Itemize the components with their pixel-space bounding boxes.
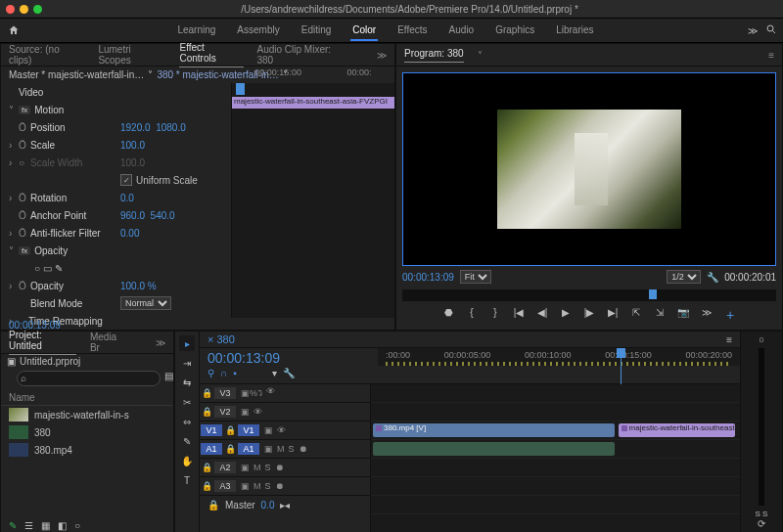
tab-project[interactable]: Project: Untitled [9,330,76,355]
pen-tool-icon[interactable]: ✎ [179,433,195,449]
overflow-icon[interactable]: ≫ [748,25,758,36]
freeform-view-icon[interactable]: ◧ [58,520,67,531]
list-view-icon[interactable]: ☰ [24,520,33,531]
project-column-name[interactable]: Name [1,390,173,406]
export-frame-icon[interactable]: 📷 [676,307,690,323]
timeline-ruler[interactable]: :00:0000:00:05:0000:00:10:0000:00:15:000… [378,348,740,366]
solo-buttons[interactable]: S S [756,510,768,518]
audio-clip[interactable] [373,442,615,456]
track-a3[interactable]: 🔒A3▣MS⏺ [200,477,370,496]
opacity-masks[interactable]: ○▭✎ [1,259,231,277]
filter-bin-icon[interactable]: ▤ [164,371,173,386]
program-scrubber[interactable] [402,289,776,301]
track-a2[interactable]: 🔒A2▣MS⏺ [200,459,370,477]
overflow-icon[interactable]: ≫ [700,307,714,323]
effect-mini-timeline[interactable]: 00:00:15:0000:00: majestic-waterfall-in-… [231,83,394,318]
chevron-down-icon[interactable]: ˅ [148,69,153,80]
settings-icon[interactable]: ▾ [272,368,277,378]
search-icon[interactable] [765,23,777,37]
linked-selection-icon[interactable]: ∩ [220,368,227,378]
mark-in-icon[interactable]: ⬣ [441,307,455,323]
close-window-icon[interactable] [6,5,15,14]
workspace-learning[interactable]: Learning [175,21,217,41]
chevron-down-icon[interactable]: ˅ [478,50,483,61]
tab-media-browser[interactable]: Media Br [90,332,128,353]
blend-mode-row[interactable]: Blend ModeNormal [1,294,231,312]
workspace-audio[interactable]: Audio [447,21,477,41]
workspace-assembly[interactable]: Assembly [235,21,281,41]
track-v2[interactable]: 🔒V2▣👁 [200,403,370,421]
step-fwd-icon[interactable]: |▶ [582,307,596,323]
wrench-icon[interactable]: 🔧 [283,368,295,378]
tab-program[interactable]: Program: 380 [404,48,464,63]
ripple-tool-icon[interactable]: ⇆ [179,375,195,390]
list-item[interactable]: 380 [1,423,173,441]
list-item[interactable]: majestic-waterfall-in-s [1,406,173,423]
track-v1[interactable]: V1🔒V1▣👁 [200,421,370,440]
workspace-libraries[interactable]: Libraries [554,21,595,41]
mark-out-icon[interactable]: { [465,307,479,323]
antiflicker-row[interactable]: ›ÖAnti-flicker Filter0.00 [1,224,231,242]
panel-menu-icon[interactable]: ≫ [377,50,387,61]
pen-mask-icon[interactable]: ✎ [55,263,63,274]
snap-icon[interactable]: ⚲ [207,368,214,378]
zoom-select[interactable]: Fit [460,270,491,284]
tab-source[interactable]: Source: (no clips) [9,44,84,66]
panel-menu-icon[interactable]: ≡ [726,334,732,345]
rotation-row[interactable]: ›ÖRotation0.0 [1,189,231,206]
position-row[interactable]: ÖPosition1920.0 1080.0 [1,118,231,136]
play-icon[interactable]: ▶ [559,307,573,323]
panel-menu-icon[interactable]: ≡ [768,50,774,61]
opacity-value-row[interactable]: ›ÖOpacity100.0 % [1,277,231,294]
track-select-tool-icon[interactable]: ⇥ [179,355,195,371]
go-out-icon[interactable]: ▶| [606,307,620,323]
hand-tool-icon[interactable]: ✋ [179,453,195,468]
program-timecode[interactable]: 00:00:13:09 [402,272,454,283]
extract-icon[interactable]: ⇲ [653,307,667,323]
settings-icon[interactable]: 🔧 [707,272,718,283]
list-item[interactable]: 380.mp4 [1,441,173,459]
lift-icon[interactable]: ⇱ [629,307,643,323]
loop-icon[interactable]: ⟳ [758,518,765,529]
tab-lumetri-scopes[interactable]: Lumetri Scopes [98,44,165,66]
marker-icon[interactable]: ▪ [233,368,237,378]
maximize-window-icon[interactable] [33,5,42,14]
blend-mode-select[interactable]: Normal [120,296,171,310]
home-button[interactable] [6,22,22,38]
uniform-scale-row[interactable]: Uniform Scale [1,171,231,189]
resolution-select[interactable]: 1/2 [667,270,701,284]
track-a1[interactable]: A1🔒A1▣MS⏺ [200,440,370,459]
rect-mask-icon[interactable]: ▭ [43,263,52,274]
workspace-effects[interactable]: Effects [395,21,429,41]
source-patch-v1[interactable]: V1 [201,424,222,436]
icon-view-icon[interactable]: ▦ [41,520,50,531]
scrubber-playhead-icon[interactable] [649,289,657,299]
anchor-row[interactable]: ÖAnchor Point960.0 540.0 [1,206,231,224]
add-button-icon[interactable]: + [723,307,737,323]
minimize-window-icon[interactable] [20,5,28,14]
pen-icon[interactable]: ✎ [9,520,17,531]
razor-tool-icon[interactable]: ✂ [179,394,195,410]
mini-clip-bar[interactable]: majestic-waterfall-in-southeast-asia-FVZ… [232,97,394,109]
track-v3[interactable]: 🔒V3▣%ว👁 [200,384,370,403]
scale-row[interactable]: ›ÖScale100.0 [1,136,231,154]
video-clip-2[interactable]: majestic-waterfall-in-southeast-asia-F [619,423,735,437]
video-clip[interactable]: 380.mp4 [V] [373,423,615,437]
workspace-editing[interactable]: Editing [299,21,334,41]
tab-effect-controls[interactable]: Effect Controls [179,42,243,67]
uniform-scale-checkbox[interactable] [120,174,132,186]
mark-icon[interactable]: } [488,307,502,323]
timeline-timecode[interactable]: 00:00:13:09 [207,350,370,366]
go-in-icon[interactable]: |◀ [512,307,526,323]
mini-playhead-icon[interactable] [236,83,245,95]
workspace-graphics[interactable]: Graphics [493,21,536,41]
project-search-input[interactable] [17,371,161,386]
track-area[interactable]: 380.mp4 [V] majestic-waterfall-in-southe… [371,384,740,532]
source-patch-a1[interactable]: A1 [201,443,222,455]
program-canvas[interactable] [402,72,776,266]
ellipse-mask-icon[interactable]: ○ [34,263,40,274]
motion-section[interactable]: ˅fxMotion [1,101,231,118]
type-tool-icon[interactable]: T [179,472,195,488]
zoom-slider-icon[interactable]: ○ [74,520,80,531]
tab-audio-mixer[interactable]: Audio Clip Mixer: 380 [257,44,350,66]
